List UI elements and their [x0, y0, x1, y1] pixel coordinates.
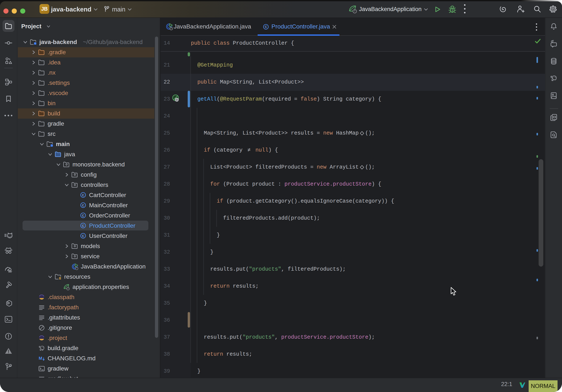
svg-text:C: C	[82, 203, 84, 207]
svg-text:C: C	[82, 214, 84, 217]
svg-text:C: C	[82, 224, 84, 227]
svg-text:C: C	[265, 25, 267, 28]
svg-text:C: C	[82, 234, 84, 238]
svg-text:M: M	[39, 356, 42, 361]
svg-text:C: C	[82, 193, 84, 197]
